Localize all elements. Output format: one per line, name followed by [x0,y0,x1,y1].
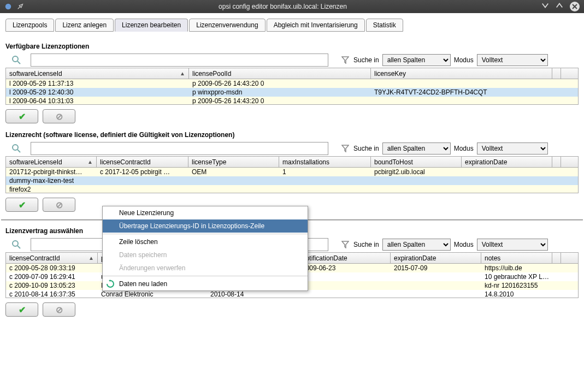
cell: 2009-06-23 [299,264,391,272]
cancel-icon: ⊘ [56,200,63,210]
context-menu-separator [103,234,308,234]
search-icon[interactable] [5,54,27,67]
col-end [552,253,561,263]
funnel-icon[interactable] [340,55,350,65]
table-row[interactable]: 201712-pcbirgit-thinkst…c 2017-12-05 pcb… [6,168,578,176]
search-icon[interactable] [5,238,27,251]
context-menu-item[interactable]: Übertrage Lizenzierungs-ID in Lizenzopti… [103,219,308,233]
cell: https://uib.de [481,264,552,272]
table-row[interactable]: c 2010-08-14 16:37:35Conrad Elektronic20… [6,290,578,298]
tab-bar: LizenzpoolsLizenz anlegenLizenzen bearbe… [5,19,579,32]
col-licensePoolId[interactable]: licensePoolId [189,68,371,79]
col-notificationDate[interactable]: notificationDate [299,253,391,263]
col-licenseContractId[interactable]: licenseContractId [97,157,188,167]
cell [462,180,552,181]
filter-input-license[interactable] [31,142,328,155]
search-in-label: Suche in [353,241,379,248]
svg-point-0 [5,4,11,10]
col-notes[interactable]: notes [481,253,552,263]
maximize-icon[interactable] [556,2,563,9]
cell: l 2009-05-29 11:37:13 [6,79,189,88]
context-menu-item[interactable]: Neue Lizenzierung [103,206,308,219]
col-expirationDate[interactable]: expirationDate [462,157,552,167]
tab-lizenzen-bearbeiten[interactable]: Lizenzen bearbeiten [115,19,188,32]
tab-lizenzpools[interactable]: Lizenzpools [5,19,54,32]
cell [371,83,552,84]
cell: OEM [188,168,279,176]
check-icon: ✔ [19,111,26,122]
search-column-select[interactable]: allen Spalten [382,54,451,66]
search-column-select[interactable]: allen Spalten [382,142,451,155]
col-licenseContractId[interactable]: licenseContractId▲ [6,253,98,263]
search-mode-select[interactable]: Volltext [477,239,548,251]
check-icon: ✔ [19,305,26,315]
col-boundToHost[interactable]: boundToHost [371,157,462,167]
cell: c 2010-08-14 16:37:35 [6,290,98,298]
tab-lizenz-anlegen[interactable]: Lizenz anlegen [55,19,114,32]
titlebar: opsi config editor bonifax.uib.local: Li… [0,0,584,13]
col-softwareLicenseId[interactable]: softwareLicenseId▲ [6,157,97,167]
cell: pcbirgit2.uib.local [371,168,462,176]
cancel-button[interactable]: ⊘ [43,302,75,317]
check-icon: ✔ [19,200,26,210]
search-in-label: Suche in [353,56,379,64]
cell: c 2017-12-05 pcbirgit … [97,168,188,176]
cancel-icon: ⊘ [56,111,63,122]
col-maxInstallations[interactable]: maxInstallations [279,157,371,167]
cell [391,285,481,286]
context-menu-item[interactable]: Zeile löschen [103,235,308,248]
table-row[interactable]: l 2009-06-04 10:31:03p 2009-05-26 14:43:… [6,97,578,104]
cell: Conrad Elektronic [98,290,207,298]
context-menu-label: Daten neu laden [119,280,167,288]
search-mode-select[interactable]: Volltext [477,54,548,66]
cancel-button[interactable]: ⊘ [43,109,75,123]
cell: l 2009-05-29 12:40:30 [6,88,189,97]
tab-lizenzenverwendung[interactable]: Lizenzenverwendung [189,19,265,32]
funnel-icon[interactable] [340,240,350,250]
cell [279,189,371,190]
cell [299,276,391,277]
cell [371,180,462,181]
col-end [552,68,561,79]
cell: 10 gebrauchte XP Lizen… [481,272,552,281]
tab-statistik[interactable]: Statistik [366,19,403,32]
confirm-button[interactable]: ✔ [5,302,38,317]
context-menu-label: Daten speichern [119,251,167,259]
cell: 2010-08-14 [207,290,299,298]
section-title-options: Verfügbare Lizenzoptionen [5,43,579,50]
cell: 14.8.2010 [481,290,552,298]
pin-icon[interactable] [16,3,24,10]
context-menu-label: Änderungen verwerfen [119,264,185,272]
table-row[interactable]: firefox2 [6,185,578,193]
cancel-button[interactable]: ⊘ [43,198,75,212]
context-menu-item[interactable]: Daten neu laden [103,277,308,290]
col-licenseKey[interactable]: licenseKey [371,68,552,79]
search-column-select[interactable]: allen Spalten [382,239,451,251]
svg-point-2 [13,145,18,150]
tab-abgleich-mit-inventarisierung[interactable]: Abgleich mit Inventarisierung [267,19,365,32]
col-softwareLicenseId[interactable]: softwareLicenseId▲ [6,68,189,79]
confirm-button[interactable]: ✔ [5,198,38,212]
table-row[interactable]: l 2009-05-29 11:37:13p 2009-05-26 14:43:… [6,79,578,88]
context-menu-item: Daten speichern [103,248,308,262]
col-licenseType[interactable]: licenseType [188,157,279,167]
cell: 201712-pcbirgit-thinkst… [6,168,97,176]
table-row[interactable]: dummy-max-lizen-test [6,176,578,185]
table-row[interactable]: l 2009-05-29 12:40:30p winxppro-msdnT9YJ… [6,88,578,97]
confirm-button[interactable]: ✔ [5,109,38,123]
cell [462,189,552,190]
filter-row-options: Suche in allen Spalten Modus Volltext [5,54,579,67]
close-icon[interactable] [570,2,580,11]
funnel-icon[interactable] [340,144,350,153]
context-menu-item: Änderungen verwerfen [103,262,308,275]
cell: l 2009-06-04 10:31:03 [6,97,189,104]
minimize-icon[interactable] [541,2,549,9]
col-expirationDate[interactable]: expirationDate [391,253,481,263]
context-menu-separator [103,276,308,276]
cell: firefox2 [6,185,97,193]
filter-input-options[interactable] [31,54,328,67]
search-icon[interactable] [5,142,27,155]
cell: p winxppro-msdn [189,88,371,97]
search-mode-select[interactable]: Volltext [477,142,548,155]
cell [299,285,391,286]
